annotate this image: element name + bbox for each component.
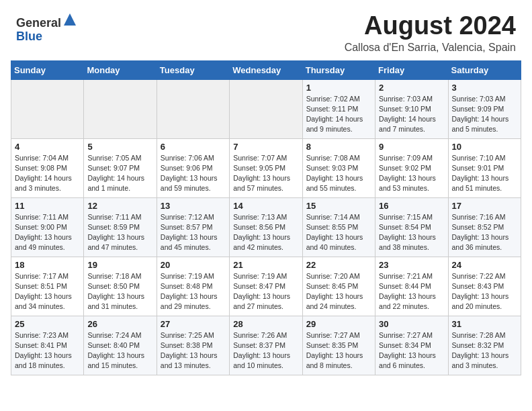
day-info: Sunrise: 7:08 AM Sunset: 9:03 PM Dayligh…	[306, 154, 363, 193]
day-info: Sunrise: 7:06 AM Sunset: 9:06 PM Dayligh…	[161, 154, 218, 193]
calendar-cell	[11, 79, 84, 138]
calendar-cell: 28Sunrise: 7:26 AM Sunset: 8:37 PM Dayli…	[230, 316, 302, 375]
day-info: Sunrise: 7:23 AM Sunset: 8:41 PM Dayligh…	[15, 331, 72, 370]
day-info: Sunrise: 7:13 AM Sunset: 8:56 PM Dayligh…	[233, 213, 290, 252]
calendar-cell: 17Sunrise: 7:16 AM Sunset: 8:52 PM Dayli…	[448, 197, 521, 257]
day-number: 26	[87, 319, 152, 329]
calendar-wrapper: SundayMondayTuesdayWednesdayThursdayFrid…	[0, 58, 532, 386]
day-info: Sunrise: 7:27 AM Sunset: 8:34 PM Dayligh…	[379, 331, 436, 370]
week-row-1: 1Sunrise: 7:02 AM Sunset: 9:11 PM Daylig…	[11, 79, 521, 138]
calendar-cell: 13Sunrise: 7:12 AM Sunset: 8:57 PM Dayli…	[157, 197, 229, 257]
calendar-cell: 6Sunrise: 7:06 AM Sunset: 9:06 PM Daylig…	[157, 138, 229, 197]
day-number: 3	[452, 83, 517, 93]
day-info: Sunrise: 7:28 AM Sunset: 8:32 PM Dayligh…	[452, 331, 509, 370]
calendar-header: SundayMondayTuesdayWednesdayThursdayFrid…	[11, 60, 521, 79]
day-number: 23	[379, 260, 444, 270]
calendar-cell: 15Sunrise: 7:14 AM Sunset: 8:55 PM Dayli…	[302, 197, 375, 257]
day-number: 2	[379, 83, 444, 93]
calendar-cell: 9Sunrise: 7:09 AM Sunset: 9:02 PM Daylig…	[375, 138, 448, 197]
day-number: 28	[233, 319, 298, 329]
calendar-cell: 25Sunrise: 7:23 AM Sunset: 8:41 PM Dayli…	[11, 316, 84, 375]
day-info: Sunrise: 7:19 AM Sunset: 8:47 PM Dayligh…	[233, 272, 290, 311]
week-row-3: 11Sunrise: 7:11 AM Sunset: 9:00 PM Dayli…	[11, 197, 521, 257]
week-row-2: 4Sunrise: 7:04 AM Sunset: 9:08 PM Daylig…	[11, 138, 521, 197]
day-info: Sunrise: 7:16 AM Sunset: 8:52 PM Dayligh…	[452, 213, 509, 252]
calendar-cell: 1Sunrise: 7:02 AM Sunset: 9:11 PM Daylig…	[302, 79, 375, 138]
calendar-cell: 29Sunrise: 7:27 AM Sunset: 8:35 PM Dayli…	[302, 316, 375, 375]
day-info: Sunrise: 7:20 AM Sunset: 8:45 PM Dayligh…	[306, 272, 363, 311]
day-info: Sunrise: 7:26 AM Sunset: 8:37 PM Dayligh…	[233, 331, 290, 370]
location-subtitle: Callosa d'En Sarria, Valencia, Spain	[345, 42, 516, 54]
day-number: 5	[87, 142, 152, 152]
day-info: Sunrise: 7:09 AM Sunset: 9:02 PM Dayligh…	[379, 154, 436, 193]
day-number: 20	[161, 260, 226, 270]
day-number: 18	[15, 260, 80, 270]
day-number: 22	[306, 260, 371, 270]
weekday-header-saturday: Saturday	[448, 60, 521, 79]
day-info: Sunrise: 7:12 AM Sunset: 8:57 PM Dayligh…	[161, 213, 218, 252]
calendar-cell: 10Sunrise: 7:10 AM Sunset: 9:01 PM Dayli…	[448, 138, 521, 197]
day-number: 12	[87, 201, 152, 211]
day-info: Sunrise: 7:05 AM Sunset: 9:07 PM Dayligh…	[87, 154, 144, 193]
calendar-table: SundayMondayTuesdayWednesdayThursdayFrid…	[11, 60, 521, 375]
weekday-header-thursday: Thursday	[302, 60, 375, 79]
calendar-cell: 18Sunrise: 7:17 AM Sunset: 8:51 PM Dayli…	[11, 257, 84, 316]
weekday-header-friday: Friday	[375, 60, 448, 79]
day-number: 10	[452, 142, 517, 152]
calendar-cell	[84, 79, 157, 138]
week-row-4: 18Sunrise: 7:17 AM Sunset: 8:51 PM Dayli…	[11, 257, 521, 316]
weekday-header-tuesday: Tuesday	[157, 60, 229, 79]
calendar-cell: 23Sunrise: 7:21 AM Sunset: 8:44 PM Dayli…	[375, 257, 448, 316]
day-info: Sunrise: 7:07 AM Sunset: 9:05 PM Dayligh…	[233, 154, 290, 193]
calendar-cell: 5Sunrise: 7:05 AM Sunset: 9:07 PM Daylig…	[84, 138, 157, 197]
day-info: Sunrise: 7:02 AM Sunset: 9:11 PM Dayligh…	[306, 95, 363, 134]
calendar-cell: 16Sunrise: 7:15 AM Sunset: 8:54 PM Dayli…	[375, 197, 448, 257]
logo: General Blue	[16, 12, 77, 44]
day-info: Sunrise: 7:17 AM Sunset: 8:51 PM Dayligh…	[15, 272, 72, 311]
weekday-header-monday: Monday	[84, 60, 157, 79]
day-info: Sunrise: 7:14 AM Sunset: 8:55 PM Dayligh…	[306, 213, 363, 252]
calendar-cell: 14Sunrise: 7:13 AM Sunset: 8:56 PM Dayli…	[230, 197, 302, 257]
calendar-cell: 2Sunrise: 7:03 AM Sunset: 9:10 PM Daylig…	[375, 79, 448, 138]
week-row-5: 25Sunrise: 7:23 AM Sunset: 8:41 PM Dayli…	[11, 316, 521, 375]
calendar-cell: 31Sunrise: 7:28 AM Sunset: 8:32 PM Dayli…	[448, 316, 521, 375]
calendar-cell: 20Sunrise: 7:19 AM Sunset: 8:48 PM Dayli…	[157, 257, 229, 316]
day-number: 4	[15, 142, 80, 152]
day-info: Sunrise: 7:19 AM Sunset: 8:48 PM Dayligh…	[161, 272, 218, 311]
calendar-cell: 12Sunrise: 7:11 AM Sunset: 8:59 PM Dayli…	[84, 197, 157, 257]
month-year-title: August 2024	[345, 12, 516, 40]
day-number: 24	[452, 260, 517, 270]
day-number: 14	[233, 201, 298, 211]
day-number: 19	[87, 260, 152, 270]
day-info: Sunrise: 7:03 AM Sunset: 9:09 PM Dayligh…	[452, 95, 509, 134]
day-info: Sunrise: 7:04 AM Sunset: 9:08 PM Dayligh…	[15, 154, 72, 193]
day-number: 17	[452, 201, 517, 211]
day-info: Sunrise: 7:25 AM Sunset: 8:38 PM Dayligh…	[161, 331, 218, 370]
calendar-cell: 27Sunrise: 7:25 AM Sunset: 8:38 PM Dayli…	[157, 316, 229, 375]
calendar-body: 1Sunrise: 7:02 AM Sunset: 9:11 PM Daylig…	[11, 79, 521, 375]
day-number: 31	[452, 319, 517, 329]
day-info: Sunrise: 7:11 AM Sunset: 8:59 PM Dayligh…	[87, 213, 144, 252]
svg-marker-0	[64, 13, 76, 26]
calendar-cell	[157, 79, 229, 138]
title-block: August 2024 Callosa d'En Sarria, Valenci…	[345, 12, 516, 54]
calendar-cell	[230, 79, 302, 138]
calendar-cell: 8Sunrise: 7:08 AM Sunset: 9:03 PM Daylig…	[302, 138, 375, 197]
logo-general-text: General	[16, 16, 61, 30]
day-number: 21	[233, 260, 298, 270]
day-info: Sunrise: 7:03 AM Sunset: 9:10 PM Dayligh…	[379, 95, 436, 134]
calendar-cell: 7Sunrise: 7:07 AM Sunset: 9:05 PM Daylig…	[230, 138, 302, 197]
day-number: 30	[379, 319, 444, 329]
day-info: Sunrise: 7:27 AM Sunset: 8:35 PM Dayligh…	[306, 331, 363, 370]
calendar-cell: 3Sunrise: 7:03 AM Sunset: 9:09 PM Daylig…	[448, 79, 521, 138]
day-number: 9	[379, 142, 444, 152]
day-number: 13	[161, 201, 226, 211]
calendar-cell: 24Sunrise: 7:22 AM Sunset: 8:43 PM Dayli…	[448, 257, 521, 316]
page-header: General Blue August 2024 Callosa d'En Sa…	[0, 0, 532, 58]
weekday-header-sunday: Sunday	[11, 60, 84, 79]
day-info: Sunrise: 7:11 AM Sunset: 9:00 PM Dayligh…	[15, 213, 72, 252]
calendar-cell: 4Sunrise: 7:04 AM Sunset: 9:08 PM Daylig…	[11, 138, 84, 197]
day-number: 27	[161, 319, 226, 329]
weekday-row: SundayMondayTuesdayWednesdayThursdayFrid…	[11, 60, 521, 79]
day-info: Sunrise: 7:10 AM Sunset: 9:01 PM Dayligh…	[452, 154, 509, 193]
